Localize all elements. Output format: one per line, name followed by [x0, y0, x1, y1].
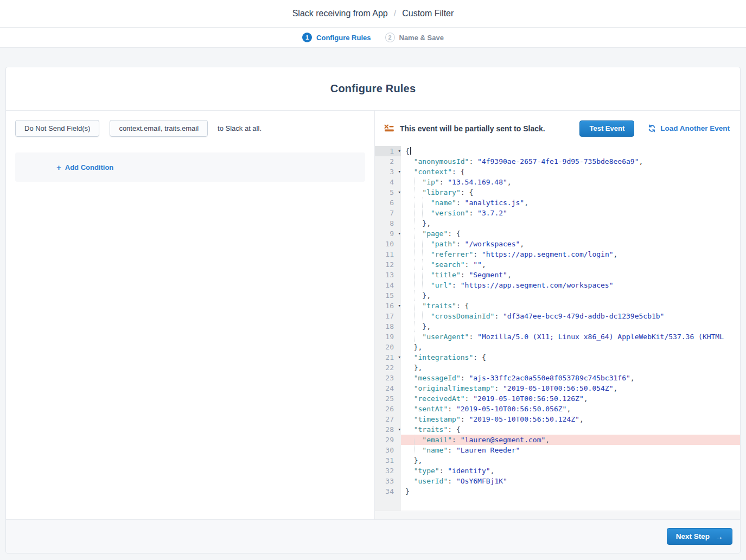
fold-arrow-icon[interactable]: ▾ [398, 167, 401, 176]
indent-guide [414, 445, 415, 455]
indent-guide [414, 301, 415, 311]
fold-arrow-icon[interactable]: ▾ [398, 301, 401, 310]
plus-icon: + [56, 163, 61, 171]
line-number: 28▾ [375, 424, 401, 435]
card-title-bar: Configure Rules [6, 67, 740, 111]
fold-arrow-icon[interactable]: ▾ [398, 188, 401, 197]
line-number: 31 [375, 455, 401, 466]
indent-guide [414, 321, 415, 332]
step-2-label: Name & Save [399, 34, 444, 42]
code-line: { [401, 146, 740, 156]
code-line: "ip": "13.54.169.48", [401, 177, 740, 187]
line-number: 20 [375, 342, 401, 352]
step-2-number-badge: 2 [385, 33, 395, 42]
indent-guide [422, 198, 423, 208]
code-line: "url": "https://app.segment.com/workspac… [401, 280, 740, 290]
test-event-button[interactable]: Test Event [579, 120, 634, 137]
code-line: "integrations": { [401, 352, 740, 362]
step-1-number-badge: 1 [302, 33, 312, 42]
fold-arrow-icon[interactable]: ▾ [398, 147, 401, 156]
breadcrumb-current: Custom Filter [402, 9, 454, 18]
load-another-event-button[interactable]: Load Another Event [648, 124, 730, 132]
steps-bar: 1 Configure Rules 2 Name & Save [0, 28, 746, 48]
indent-guide [422, 311, 423, 321]
code-line: "messageId": "ajs-33ffc2ac0a550e8f053789… [401, 373, 740, 383]
indent-guide [422, 270, 423, 280]
editor-horizontal-scrollbar[interactable] [375, 511, 740, 519]
line-number: 12 [375, 259, 401, 270]
line-number: 7 [375, 208, 401, 218]
editor-code-area: { "anonymousId": "4f9390ae-2657-4fe1-9d9… [401, 146, 740, 511]
code-line: "name": "analytics.js", [401, 198, 740, 208]
indent-guide [414, 435, 415, 445]
code-line: }, [401, 342, 740, 352]
highlighted-code-line: "email": "lauren@segment.com", [401, 435, 740, 445]
code-line: "traits": { [401, 301, 740, 311]
fold-arrow-icon[interactable]: ▾ [398, 229, 401, 238]
json-code-editor[interactable]: 1▾23▾45▾6789▾10111213141516▾1718192021▾2… [375, 146, 740, 519]
line-number: 19 [375, 332, 401, 342]
line-number: 1▾ [375, 146, 401, 156]
code-line: "userAgent": "Mozilla/5.0 (X11; Linux x8… [401, 332, 740, 342]
indent-guide [422, 208, 423, 218]
line-number: 24 [375, 383, 401, 393]
indent-guide [414, 311, 415, 321]
add-condition-button[interactable]: + Add Condition [56, 163, 113, 171]
code-line: }, [401, 290, 740, 301]
code-line: "title": "Segment", [401, 270, 740, 280]
text-cursor [410, 147, 411, 155]
line-number: 23 [375, 373, 401, 383]
code-line: "traits": { [401, 424, 740, 435]
indent-guide [414, 177, 415, 187]
fold-arrow-icon[interactable]: ▾ [398, 353, 401, 362]
line-number: 4 [375, 177, 401, 187]
line-number: 32 [375, 466, 401, 476]
event-header: This event will be partially sent to Sla… [375, 111, 740, 146]
code-line: "userId": "OsY6MFBj1K" [401, 476, 740, 486]
indent-guide [422, 239, 423, 249]
code-line: "version": "3.7.2" [401, 208, 740, 218]
code-line: "path": "/workspaces", [401, 239, 740, 249]
line-number: 15 [375, 290, 401, 301]
indent-guide [414, 259, 415, 270]
code-line: "context": { [401, 167, 740, 177]
code-line: "referrer": "https://app.segment.com/log… [401, 249, 740, 259]
line-number: 10 [375, 239, 401, 249]
step-name-and-save[interactable]: 2 Name & Save [385, 33, 444, 42]
code-line: "search": "", [401, 259, 740, 270]
filter-fields-icon [384, 124, 394, 132]
configure-rules-card: Configure Rules Do Not Send Field(s) con… [5, 67, 741, 553]
code-line: "anonymousId": "4f9390ae-2657-4fe1-9d95-… [401, 156, 740, 167]
indent-guide [414, 218, 415, 228]
line-number: 16▾ [375, 301, 401, 311]
card-footer: Next Step → [6, 519, 740, 553]
line-number: 8 [375, 218, 401, 228]
fold-arrow-icon[interactable]: ▾ [398, 425, 401, 434]
line-number: 17 [375, 311, 401, 321]
add-condition-label: Add Condition [65, 163, 114, 171]
line-number: 22 [375, 362, 401, 373]
indent-guide [414, 239, 415, 249]
editor-gutter: 1▾23▾45▾6789▾10111213141516▾1718192021▾2… [375, 146, 401, 511]
code-line: "originalTimestamp": "2019-05-10T00:56:5… [401, 383, 740, 393]
filter-fields-input[interactable]: context.email, traits.email [110, 120, 208, 137]
line-number: 30 [375, 445, 401, 455]
line-number: 9▾ [375, 228, 401, 239]
code-line: "sentAt": "2019-05-10T00:56:50.056Z", [401, 404, 740, 414]
code-line: "page": { [401, 228, 740, 239]
top-bar: Slack receiving from App / Custom Filter [0, 0, 746, 28]
indent-guide [414, 280, 415, 290]
step-configure-rules[interactable]: 1 Configure Rules [302, 33, 371, 42]
step-1-label: Configure Rules [316, 34, 371, 42]
line-number: 34 [375, 486, 401, 497]
line-number: 2 [375, 156, 401, 167]
filter-action-dropdown[interactable]: Do Not Send Field(s) [15, 120, 99, 137]
code-line: }, [401, 321, 740, 332]
line-number: 6 [375, 198, 401, 208]
indent-guide [422, 280, 423, 290]
rule-builder-panel: Do Not Send Field(s) context.email, trai… [6, 111, 375, 519]
indent-guide [414, 290, 415, 301]
load-another-event-label: Load Another Event [660, 124, 730, 132]
breadcrumb-source[interactable]: Slack receiving from App [292, 9, 388, 18]
next-step-button[interactable]: Next Step → [667, 528, 732, 545]
